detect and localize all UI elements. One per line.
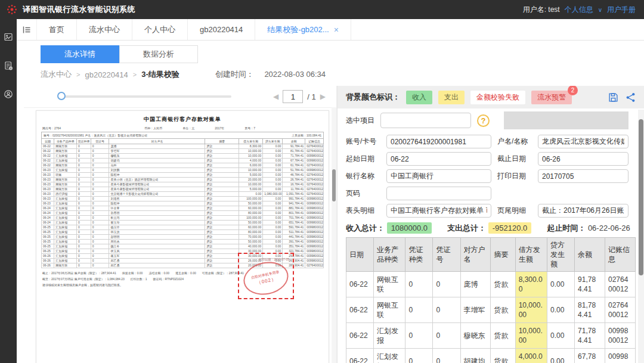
nav-tab-3[interactable]: 个人中心 <box>132 19 188 40</box>
field-input-截止日期[interactable] <box>538 152 628 166</box>
scan-cell: 0 <box>77 216 91 221</box>
field-input-银行名称[interactable] <box>386 169 491 183</box>
nav-tab-1[interactable]: 首页 <box>37 19 77 40</box>
scan-cell: 0 <box>91 187 109 192</box>
field-input-页码[interactable] <box>386 187 491 200</box>
page-number-input[interactable] <box>283 90 303 103</box>
scan-cell: 441,784.41 <box>283 235 305 240</box>
scan-cell: 511,784.41 <box>283 230 305 235</box>
scan-cell: 0 <box>91 154 109 159</box>
scan-cell: 0.00 <box>263 149 283 154</box>
view-tab-1[interactable]: 流水详情 <box>41 45 119 63</box>
scan-cell: 06-22 <box>42 144 54 149</box>
scan-row: 06-23转账00陈乾坤货款5,000.000.0046,784.4102764… <box>42 173 324 178</box>
scan-cell: 0 <box>91 263 109 268</box>
share-icon[interactable] <box>626 92 636 103</box>
scan-cell: 0 <box>91 178 109 182</box>
scan-column-header: 余额 <box>283 139 305 144</box>
scan-cell: 0 <box>77 235 91 240</box>
viewer-toolbar: ◀ / 1 ▶ <box>24 86 336 107</box>
document-scrollbar[interactable] <box>332 107 336 363</box>
user-profile-icon[interactable] <box>4 89 13 99</box>
manual-link[interactable]: 用户手册 <box>607 5 636 15</box>
table-row[interactable]: 06-22汇划发报00胡建均货款4,000.000.0067,784.41009… <box>346 349 636 363</box>
next-page-icon[interactable]: ▶ <box>320 92 326 101</box>
panel-scrollbar-thumb[interactable] <box>639 119 643 275</box>
task-clipboard-icon[interactable] <box>4 61 13 70</box>
scan-cell: 汇划发报 <box>54 259 77 263</box>
scan-cell: 51,784.41 <box>283 168 305 173</box>
table-row[interactable]: 06-22网银互联00庞博货款8,300.000.0091,784.410276… <box>346 272 636 297</box>
table-cell: 0.00 <box>547 323 575 349</box>
scan-cell: 0099800012 <box>305 230 324 235</box>
stamp-selection-box[interactable]: 打印日期：2017-07-05 自助对单机专用章 （002） <box>238 253 294 299</box>
scan-cell: 10,000.00 <box>239 149 263 154</box>
close-tab-icon[interactable]: × <box>334 25 339 35</box>
scan-cell: 货款 <box>205 235 239 240</box>
scan-cell: 靳元玮 <box>109 216 205 221</box>
zoom-slider[interactable] <box>58 95 231 98</box>
scan-cell: 0 <box>91 206 109 211</box>
scan-cell: 0 <box>91 201 109 206</box>
field-label: 账号/卡号 <box>346 136 380 147</box>
collapse-menu-icon[interactable] <box>17 19 37 40</box>
scan-cell: 0 <box>77 211 91 216</box>
scan-cell: 星美小镇（北京）酒店管理有限公司 <box>109 178 205 182</box>
field-input-起始日期[interactable] <box>386 152 491 166</box>
statement-scan: 中国工商银行客户存款对账单 网点号：2764币种：人民币单位：元2017年页号：… <box>36 110 329 363</box>
help-icon[interactable]: ? <box>477 114 490 127</box>
table-cell: 91,784.41 <box>575 272 605 297</box>
scan-cell: 货款 <box>205 178 239 182</box>
save-icon[interactable] <box>608 92 618 103</box>
scan-cell: 0099800012 <box>305 154 324 159</box>
scan-cell: 庞博 <box>109 144 205 149</box>
scan-cell: 0.00 <box>263 178 283 182</box>
nav-tab-2[interactable]: 流水中心 <box>77 19 132 40</box>
breadcrumb-item[interactable]: gb20220414 <box>85 70 128 79</box>
scan-cell: 跨行贷报 <box>54 192 77 197</box>
column-header: 日期 <box>346 238 374 272</box>
scan-cell: 汇划发报 <box>54 240 77 244</box>
scan-cell: 0 <box>77 149 91 154</box>
nav-tab-5[interactable]: 结果校验-gb202...× <box>255 19 351 40</box>
table-row[interactable]: 06-22汇划发报00穆晓东货款10,000.000.0071,784.4100… <box>346 323 636 349</box>
scan-cell: 0276400012 <box>305 149 324 154</box>
table-cell: 0 <box>405 297 433 323</box>
nav-tab-label: 结果校验-gb202... <box>267 24 329 35</box>
field-input-打印日期[interactable] <box>538 169 628 183</box>
field-input-户名/名称[interactable] <box>538 135 628 148</box>
scan-cell: 06-25 <box>42 235 54 240</box>
scan-row: 06-25汇划发报00周世杰货款50,000.000.00391,784.410… <box>42 240 324 244</box>
prev-page-icon[interactable]: ◀ <box>273 92 278 101</box>
table-row[interactable]: 06-22网银互联00李增军货款10,000.000.0081,784.4102… <box>346 297 636 323</box>
nav-tab-4[interactable]: gb20220414 <box>188 19 255 40</box>
panel-scrollbar[interactable] <box>638 110 644 363</box>
scan-cell: 汇划发报 <box>54 154 77 159</box>
breadcrumb-item[interactable]: 流水中心 <box>41 69 72 80</box>
view-tab-2[interactable]: 数据分析 <box>119 45 198 63</box>
scan-cell: 翟玉玲 <box>109 221 205 225</box>
field-input-表头明细[interactable] <box>386 204 491 218</box>
scan-cell: 06-23 <box>42 192 54 197</box>
scan-cell: 0 <box>77 178 91 182</box>
scan-cell: 5,000.00 <box>239 187 263 192</box>
totals-row: 收入总计： 1080000.0 支出总计： -952120.0 起止时间： 06… <box>338 219 644 237</box>
nav-tab-label: 首页 <box>49 24 64 35</box>
scan-cell: 591,784.41 <box>283 225 305 230</box>
document-canvas[interactable]: 中国工商银行客户存款对账单 网点号：2764币种：人民币单位：元2017年页号：… <box>24 107 336 363</box>
scan-meta-item: 页号：7 <box>244 126 255 130</box>
scan-cell: 06-24 <box>42 206 54 211</box>
field-input-页尾明细[interactable] <box>538 204 628 218</box>
scan-cell: 0099800012 <box>305 168 324 173</box>
field-input-账号/卡号[interactable] <box>386 135 491 148</box>
chevron-down-icon[interactable]: ∨ <box>598 7 602 13</box>
statement-image-icon[interactable] <box>4 32 13 42</box>
zoom-slider-handle[interactable] <box>57 92 66 100</box>
selected-item-row: 选中项目 ? <box>338 108 644 132</box>
document-scrollbar-thumb[interactable] <box>332 169 336 201</box>
selected-item-input[interactable] <box>380 113 471 128</box>
table-cell: 胡建均 <box>460 349 491 363</box>
scan-cell: 货款 <box>205 225 239 230</box>
profile-link[interactable]: 个人信息 <box>565 5 593 15</box>
scan-cell: 0.00 <box>263 159 283 163</box>
